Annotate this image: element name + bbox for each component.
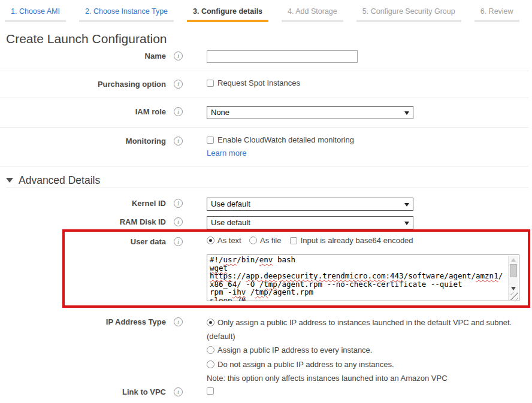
- purchasing-option-label: Purchasing option: [0, 78, 166, 89]
- ip-option-default-vpc[interactable]: Only assign a public IP address to insta…: [207, 316, 519, 343]
- info-icon[interactable]: i: [174, 387, 183, 396]
- tab-configure-details[interactable]: 3. Configure details: [187, 7, 268, 22]
- wizard-step-tabs: 1. Choose AMI 2. Choose Instance Type 3.…: [0, 7, 519, 22]
- dropdown-arrow-icon: [404, 111, 409, 115]
- divider: [0, 98, 528, 98]
- dropdown-arrow-icon: [404, 222, 409, 225]
- enable-cloudwatch-label: Enable CloudWatch detailed monitoring: [217, 135, 354, 144]
- link-to-vpc-label: Link to VPC: [0, 386, 166, 396]
- row-monitoring: Monitoring i Enable CloudWatch detailed …: [0, 135, 354, 157]
- tab-choose-ami[interactable]: 1. Choose AMI: [5, 7, 66, 22]
- base64-encoded-checkbox[interactable]: [290, 237, 297, 244]
- info-icon[interactable]: i: [174, 137, 183, 146]
- row-purchasing-option: Purchasing option i Request Spot Instanc…: [0, 78, 300, 89]
- kernel-id-label: Kernel ID: [0, 198, 166, 208]
- as-file-label: As file: [260, 236, 281, 245]
- page-title: Create Launch Configuration: [6, 32, 167, 46]
- scrollbar-up-icon[interactable]: [511, 258, 516, 262]
- ram-disk-id-select[interactable]: Use default: [207, 216, 413, 229]
- row-ram-disk-id: RAM Disk ID i Use default: [0, 216, 413, 229]
- ip-address-type-label: IP Address Type: [0, 316, 166, 326]
- name-input[interactable]: [207, 50, 358, 63]
- learn-more-link[interactable]: Learn more: [207, 149, 246, 157]
- user-data-label: User data: [0, 236, 166, 246]
- dropdown-arrow-icon: [404, 203, 409, 207]
- tab-choose-instance-type[interactable]: 2. Choose Instance Type: [79, 7, 174, 22]
- ram-disk-id-label: RAM Disk ID: [0, 216, 166, 226]
- advanced-details-toggle[interactable]: Advanced Details: [6, 174, 100, 187]
- divider: [0, 71, 528, 71]
- row-link-to-vpc: Link to VPC i: [0, 386, 217, 396]
- as-text-label: As text: [217, 236, 241, 245]
- row-kernel-id: Kernel ID i Use default: [0, 198, 413, 211]
- resize-grip-icon[interactable]: [510, 292, 518, 300]
- row-name: Name i: [0, 50, 358, 63]
- name-label: Name: [0, 50, 166, 60]
- as-text-radio[interactable]: [207, 237, 214, 244]
- ip-option-none-label: Do not assign a public IP address to any…: [217, 360, 394, 369]
- tab-review: 6. Review: [474, 7, 519, 22]
- info-icon[interactable]: i: [174, 199, 183, 208]
- request-spot-instances-label: Request Spot Instances: [217, 78, 300, 87]
- iam-role-selected-value: None: [211, 108, 229, 117]
- row-ip-address-type: IP Address Type i Only assign a public I…: [0, 316, 519, 384]
- user-data-textarea[interactable]: #!/usr/bin/env bashwgethttps://app.deeps…: [207, 254, 519, 301]
- link-to-vpc-checkbox[interactable]: [207, 387, 214, 395]
- scrollbar-thumb[interactable]: [510, 264, 517, 277]
- info-icon[interactable]: i: [174, 80, 183, 89]
- tab-configure-security-group: 5. Configure Security Group: [356, 7, 461, 22]
- row-user-data: User data i As text As file Input is alr…: [0, 236, 413, 246]
- info-icon[interactable]: i: [174, 51, 183, 60]
- divider: [6, 187, 528, 187]
- info-icon[interactable]: i: [174, 237, 183, 246]
- info-icon[interactable]: i: [174, 217, 183, 226]
- ram-disk-id-selected-value: Use default: [211, 218, 250, 227]
- row-iam-role: IAM role i None: [0, 106, 413, 119]
- collapse-triangle-icon: [6, 178, 13, 183]
- ip-option-every-instance-label: Assign a public IP address to every inst…: [217, 346, 372, 354]
- kernel-id-select[interactable]: Use default: [207, 198, 413, 211]
- info-icon[interactable]: i: [174, 317, 183, 326]
- iam-role-label: IAM role: [0, 106, 166, 116]
- divider: [0, 127, 528, 128]
- user-data-text: #!/usr/bin/env bashwgethttps://app.deeps…: [207, 255, 508, 301]
- monitoring-label: Monitoring: [0, 135, 166, 146]
- base64-encoded-label: Input is already base64 encoded: [301, 236, 413, 245]
- divider: [0, 166, 528, 166]
- ip-address-type-note: Note: this option only affects instances…: [207, 372, 519, 384]
- scrollbar-down-icon[interactable]: [511, 287, 516, 290]
- ip-option-default-vpc-radio[interactable]: [207, 319, 214, 326]
- tab-add-storage: 4. Add Storage: [282, 7, 343, 22]
- advanced-details-label: Advanced Details: [19, 174, 100, 186]
- ip-option-every-instance-radio[interactable]: [207, 346, 214, 354]
- info-icon[interactable]: i: [174, 107, 183, 116]
- ip-option-none[interactable]: Do not assign a public IP address to any…: [207, 358, 519, 372]
- request-spot-instances-checkbox[interactable]: [207, 80, 214, 87]
- ip-option-default-vpc-label: Only assign a public IP address to insta…: [207, 318, 512, 341]
- iam-role-select[interactable]: None: [207, 106, 413, 119]
- enable-cloudwatch-checkbox[interactable]: [207, 137, 214, 144]
- ip-option-every-instance[interactable]: Assign a public IP address to every inst…: [207, 344, 519, 357]
- as-file-radio[interactable]: [249, 237, 257, 244]
- kernel-id-selected-value: Use default: [211, 199, 250, 208]
- ip-option-none-radio[interactable]: [207, 360, 214, 368]
